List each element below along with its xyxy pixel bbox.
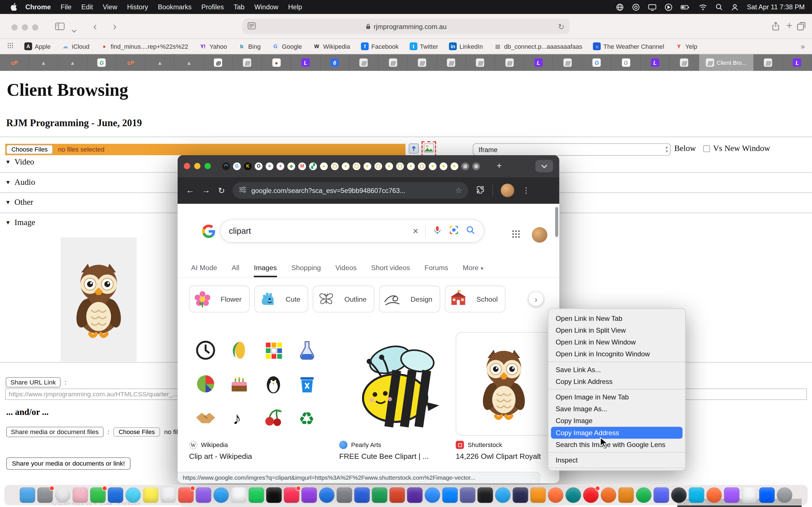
window-controls[interactable]: [11, 23, 42, 33]
bookmark-item[interactable]: ● find_minus....rep+%22s%22: [100, 43, 188, 50]
dock-app-icon[interactable]: [72, 487, 88, 503]
dock-app-icon[interactable]: [231, 487, 246, 503]
dock-app-icon[interactable]: [55, 487, 70, 503]
bee-clipart-image[interactable]: [339, 332, 451, 436]
choose-files-button[interactable]: Choose Files: [6, 145, 53, 154]
vs-new-window-checkbox[interactable]: [703, 145, 710, 152]
dock-app-icon[interactable]: [424, 487, 440, 503]
menu-kebab-icon[interactable]: ⋮: [522, 186, 530, 195]
popup-tab-favicon[interactable]: +: [276, 162, 285, 170]
reload-icon[interactable]: ↻: [218, 185, 225, 195]
share-submit-button[interactable]: Share your media or documents or link!: [6, 457, 131, 470]
dock-app-icon[interactable]: [249, 487, 264, 503]
popup-tab-favicon[interactable]: ▢: [374, 162, 382, 170]
sidebar-chevron-icon[interactable]: [71, 24, 77, 35]
browser-tab[interactable]: 6: [320, 54, 349, 71]
popup-tab-favicon[interactable]: ▢: [396, 162, 404, 170]
result-card-bee[interactable]: Pearly Arts FREE Cute Bee Clipart | ...: [339, 332, 451, 460]
browser-tab[interactable]: ◎: [204, 54, 233, 71]
profile-avatar[interactable]: [501, 184, 515, 197]
popup-tab-favicon[interactable]: ▢: [353, 162, 361, 170]
popup-tab-favicon[interactable]: ▢: [331, 162, 339, 170]
dock-app-icon[interactable]: [196, 487, 211, 503]
section-other[interactable]: ▼Other: [5, 198, 33, 207]
profile-avatar[interactable]: [532, 227, 547, 242]
bookmark-item[interactable]: b Bing: [238, 43, 261, 50]
close-window-icon[interactable]: [184, 163, 190, 169]
bookmark-item[interactable]: Y! Yahoo: [199, 43, 227, 50]
popup-tab-favicon[interactable]: ▢: [418, 162, 426, 170]
dock-app-icon[interactable]: [477, 487, 493, 503]
result-title[interactable]: 14,226 Owl Clipart Royalt: [456, 452, 552, 460]
context-menu-item[interactable]: Save Image As...: [548, 403, 685, 415]
menubar-item[interactable]: File: [61, 3, 71, 11]
dock-app-icon[interactable]: [530, 487, 546, 503]
dock-app-icon[interactable]: [178, 487, 194, 503]
dock-app-icon[interactable]: [160, 487, 176, 503]
dock-app-icon[interactable]: [601, 487, 616, 503]
dock-app-icon[interactable]: [706, 487, 722, 503]
popup-tab-favicon[interactable]: ≡: [266, 162, 273, 170]
browser-tab[interactable]: ▤: [437, 54, 466, 71]
menubar-item[interactable]: Bookmarks: [158, 3, 192, 11]
browser-tab[interactable]: ▤: [754, 54, 783, 71]
browser-tab[interactable]: ▲: [175, 54, 204, 71]
result-title[interactable]: Clip art - Wikipedia: [189, 452, 324, 460]
search-box[interactable]: clipart ×: [220, 219, 485, 243]
result-tab[interactable]: AI Mode: [191, 264, 217, 277]
app-status-icon[interactable]: [632, 3, 640, 11]
dock-app-icon[interactable]: [213, 487, 229, 503]
google-logo[interactable]: [202, 224, 215, 240]
bookmark-star-icon[interactable]: ☆: [455, 186, 462, 195]
extensions-icon[interactable]: [476, 185, 485, 196]
dock-app-icon[interactable]: [548, 487, 563, 503]
back-icon[interactable]: ←: [186, 186, 194, 195]
owl-clipart-image[interactable]: [61, 237, 137, 362]
sidebar-icon[interactable]: [55, 22, 65, 32]
dock-app-icon[interactable]: [125, 487, 141, 503]
reload-icon[interactable]: ↻: [558, 22, 564, 32]
bookmark-item[interactable]: ☼ The Weather Channel: [593, 43, 664, 50]
browser-tab[interactable]: G: [582, 54, 612, 71]
menubar-item[interactable]: Help: [288, 3, 302, 11]
user-menu-icon[interactable]: [731, 3, 739, 11]
dock-app-icon[interactable]: [566, 487, 581, 503]
bookmark-item[interactable]: G Google: [271, 43, 302, 50]
context-menu-item[interactable]: Save Link As...: [548, 363, 685, 376]
browser-tab[interactable]: ▤: [553, 54, 582, 71]
menubar-item[interactable]: Tab: [234, 3, 245, 11]
google-lens-icon[interactable]: [449, 225, 459, 237]
dock-app-icon[interactable]: [389, 487, 405, 503]
dock-app-icon[interactable]: [37, 487, 53, 503]
address-bar[interactable]: google.com/search?sca_esv=5e9bb948607cc7…: [233, 182, 468, 199]
display-icon[interactable]: [648, 3, 657, 11]
chip-flower[interactable]: Flower: [189, 286, 249, 313]
bookmark-item[interactable]: f Facebook: [361, 43, 399, 50]
zoom-window-icon[interactable]: [204, 163, 211, 169]
chip-outline[interactable]: Outline: [313, 286, 374, 313]
dock-app-icon[interactable]: [759, 487, 775, 503]
battery-icon[interactable]: [680, 3, 691, 11]
popup-tab-favicon[interactable]: ◠: [222, 162, 230, 170]
bookmark-item[interactable]: t Twitter: [409, 43, 438, 50]
popup-tab-favicon[interactable]: ●: [407, 162, 415, 170]
context-menu-item[interactable]: Open Image in New Tab: [548, 391, 685, 403]
result-tab[interactable]: All: [232, 264, 240, 277]
popup-tab-favicon[interactable]: ◍: [472, 162, 480, 170]
dock-app-icon[interactable]: [407, 487, 423, 503]
dock-app-icon[interactable]: [495, 487, 511, 503]
address-bar[interactable]: rjmprogramming.com.au ↻: [243, 18, 570, 34]
browser-tab[interactable]: ▤: [670, 54, 699, 71]
browser-tab[interactable]: ●: [262, 54, 291, 71]
browser-tab[interactable]: ▲: [146, 54, 174, 71]
browser-tab[interactable]: L: [641, 54, 670, 71]
dock-app-icon[interactable]: [724, 487, 740, 503]
dock-app-icon[interactable]: [777, 487, 792, 503]
dock-app-icon[interactable]: [583, 487, 599, 503]
chip-cute[interactable]: Cute: [254, 286, 308, 313]
new-tab-icon[interactable]: +: [786, 20, 792, 31]
popup-tab-favicon[interactable]: ●: [363, 162, 371, 170]
context-menu-item[interactable]: Open Link in Split View: [548, 325, 685, 336]
browser-tab[interactable]: cP: [116, 54, 146, 71]
browser-tab[interactable]: G: [87, 54, 116, 71]
